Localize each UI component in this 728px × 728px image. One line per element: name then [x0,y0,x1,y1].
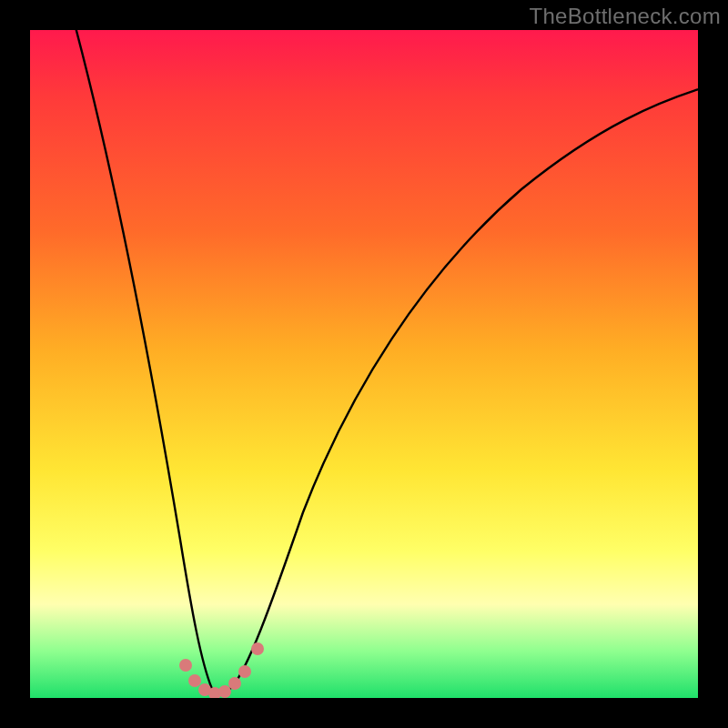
marker-dot [228,677,241,690]
bottleneck-curve-svg [30,30,698,698]
marker-dot [218,685,231,698]
marker-dot [179,659,192,672]
marker-dot [251,642,264,655]
chart-frame: TheBottleneck.com [0,0,728,728]
bottleneck-curve [66,30,698,693]
marker-dot [238,665,251,678]
attribution-text: TheBottleneck.com [529,4,721,29]
marker-dot [188,674,201,687]
plot-area [30,30,698,698]
